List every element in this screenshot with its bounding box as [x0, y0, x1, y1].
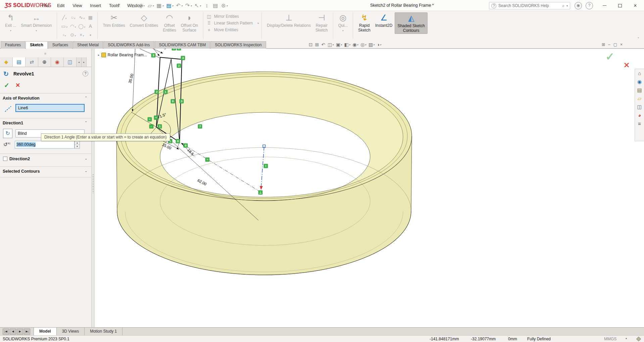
tab-solidworks-inspection[interactable]: SOLIDWORKS Inspection [210, 41, 266, 49]
spline-icon[interactable]: ∿▾ [79, 15, 84, 20]
dropdown-icon[interactable]: ▾ [36, 29, 37, 32]
dropdown-icon[interactable]: ▾ [74, 17, 75, 19]
model-tab[interactable]: Model [34, 328, 57, 336]
shaded-sketch-contours-button[interactable]: ◭ Shaded Sketch Contours [395, 12, 427, 34]
collapse-section-icon[interactable]: ⌃ [85, 121, 87, 124]
cam-tree-tab[interactable]: ◫ [64, 57, 77, 67]
search-dropdown-icon[interactable]: ▾ [566, 4, 568, 7]
dropdown-icon[interactable]: ▾ [65, 35, 66, 37]
tab-features[interactable]: Features [1, 41, 25, 49]
undo-icon[interactable]: ↶▾ [175, 2, 184, 9]
dropdown-icon[interactable]: ▾ [190, 4, 192, 7]
appearances-scenes-icon[interactable]: ◕ [638, 112, 641, 118]
tab-sketch[interactable]: Sketch [26, 41, 47, 49]
mirror-entities-button[interactable]: ◫Mirror Entities [206, 14, 259, 19]
spin-up-icon[interactable]: ▲ [75, 141, 80, 145]
axis-selection-field[interactable]: Line6 [15, 104, 85, 112]
menu-view[interactable]: View [69, 2, 85, 9]
convert-entities-button[interactable]: ◇ Convert Entities [128, 12, 161, 28]
trim-entities-button[interactable]: ✂ Trim Entities [100, 12, 127, 28]
confirmation-cancel-icon[interactable]: ✕ [624, 61, 630, 70]
zoom-to-fit-icon[interactable]: ⊡ [309, 42, 313, 47]
dropdown-icon[interactable]: ▾ [200, 4, 201, 7]
expand-panes-icon[interactable]: ⊞ [602, 42, 605, 47]
linear-sketch-pattern-button[interactable]: ⠿Linear Sketch Pattern▾ [206, 20, 259, 26]
model-canvas[interactable]: R0.655.0035.0071.5°15.0018.562.00 312322… [95, 49, 552, 287]
direction2-checkbox[interactable] [3, 157, 7, 161]
file-explorer-icon[interactable]: ▱ [638, 96, 642, 102]
sketch-relation-badge[interactable]: 3 [151, 53, 155, 57]
sketch-relation-badge[interactable]: 1 [172, 49, 176, 50]
dropdown-icon[interactable]: ▾ [83, 17, 85, 19]
sketch-relation-badge[interactable]: ⌐ [149, 124, 153, 128]
view-orientation-icon[interactable]: ▣▾ [336, 42, 342, 47]
dropdown-icon[interactable]: ▾ [349, 44, 350, 46]
rapid-sketch-button[interactable]: ↯ Rapid Sketch [356, 12, 373, 33]
propertymanager-tab[interactable]: ▤ [13, 57, 26, 67]
offset-entities-button[interactable]: ◠ Offset Entities [160, 12, 178, 33]
dimxpertmanager-tab[interactable]: ⊕ [38, 57, 51, 67]
reverse-direction-button[interactable]: ↻ [3, 129, 12, 138]
task-list-icon[interactable]: ▤ [211, 2, 219, 9]
panel-grip-dot[interactable] [44, 53, 46, 55]
dropdown-icon[interactable]: ▾ [10, 29, 11, 32]
menu-edit[interactable]: Edit [54, 2, 68, 9]
selection-filter-icon[interactable]: ↕ [203, 2, 211, 9]
point-icon[interactable]: ▪ [90, 32, 91, 38]
previous-view-icon[interactable]: ↶ [321, 42, 325, 47]
dimension-label[interactable]: 5.00 [162, 49, 170, 50]
instant2d-button[interactable]: ∠ Instant2D [373, 12, 395, 28]
polygon-icon[interactable]: ⊙▾ [70, 32, 76, 38]
home-tab-icon[interactable]: ⌂ [638, 70, 641, 76]
maximize-button[interactable] [612, 0, 628, 11]
move-entities-button[interactable]: +Move Entities [206, 27, 259, 33]
dropdown-icon[interactable]: ▾ [380, 44, 381, 46]
search-input[interactable] [498, 3, 560, 8]
graphics-area[interactable]: R0.655.0035.0071.5°15.0018.562.00 312322… [95, 49, 644, 327]
pm-ok-button[interactable]: ✓ [4, 81, 9, 89]
sketch-relation-badge[interactable]: 1 [163, 90, 167, 94]
tab-sheet-metal[interactable]: Sheet Metal [73, 41, 103, 49]
sketch-relation-badge[interactable]: = [205, 158, 209, 162]
dropdown-icon[interactable]: ▾ [226, 4, 228, 7]
design-library-icon[interactable]: ▤ [637, 87, 642, 93]
dropdown-icon[interactable]: ▾ [162, 4, 163, 7]
sketch-relation-badge[interactable]: ⊥ [258, 190, 262, 194]
dropdown-icon[interactable]: ▾ [365, 44, 366, 46]
display-style-icon[interactable]: ◧▾ [344, 42, 350, 47]
open-icon[interactable]: ▱▾ [147, 2, 155, 9]
search-icon[interactable]: ⌕ [562, 3, 564, 8]
pin-menu-icon[interactable]: ✦ [117, 2, 121, 7]
sketch-relation-badge[interactable]: I [264, 164, 268, 168]
pm-cancel-button[interactable]: ✕ [15, 82, 20, 89]
zoom-to-area-icon[interactable]: ⊞ [315, 42, 319, 47]
options-gear-icon[interactable]: ⊛▾ [220, 2, 229, 9]
view-settings-icon[interactable]: ◑▾ [377, 42, 381, 47]
dropdown-icon[interactable]: ▾ [341, 44, 342, 46]
breadcrumb[interactable]: ▸ Rollar Bearing Fram... [98, 53, 147, 57]
selected-contours-header[interactable]: Selected Contours [3, 169, 40, 174]
account-avatar-icon[interactable]: ◉ [575, 2, 582, 9]
angle-spinner[interactable]: ▲ ▼ [75, 141, 80, 149]
trim-small-icon[interactable]: ×▾ [80, 32, 84, 38]
hide-show-items-icon[interactable]: ◉▾ [352, 42, 358, 47]
direction1-header[interactable]: Direction1 [3, 121, 23, 125]
minimize-doc-icon[interactable]: – [608, 42, 610, 47]
sketch-relation-badge[interactable]: 3 [181, 56, 185, 60]
direction2-header[interactable]: Direction2 [9, 157, 30, 161]
dimension-label[interactable]: 35.00 [128, 73, 134, 84]
home-icon[interactable]: ⌂ [129, 2, 137, 9]
confirmation-ok-icon[interactable]: ✓ [605, 50, 614, 63]
help-search-box[interactable]: ? ⌕ ▾ [489, 2, 570, 9]
dropdown-icon[interactable]: ▾ [257, 22, 259, 25]
text-icon[interactable]: A [89, 23, 92, 29]
expand-section-icon[interactable]: ⌄ [85, 157, 87, 160]
dropdown-icon[interactable]: ▾ [65, 17, 66, 19]
save-icon[interactable]: ▦▾ [155, 2, 164, 9]
spin-down-icon[interactable]: ▼ [75, 145, 80, 148]
sketch-relation-badge[interactable]: 3 [180, 99, 184, 103]
dropdown-icon[interactable]: ▾ [373, 44, 375, 46]
solidworks-resources-icon[interactable]: ◉ [637, 79, 642, 85]
tab-surfaces[interactable]: Surfaces [48, 41, 72, 49]
prev-tab-button[interactable]: ◀ [10, 329, 16, 335]
